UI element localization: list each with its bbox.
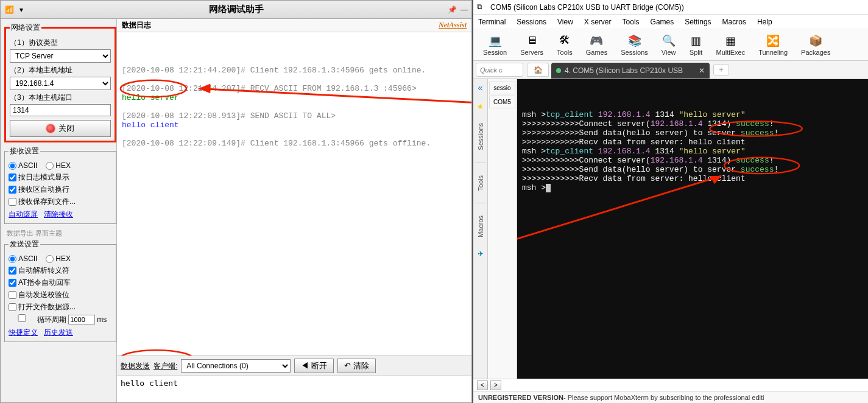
recv-ascii-radio[interactable]: ASCII	[9, 161, 37, 170]
scroll-hint: < >	[473, 379, 868, 391]
right-panel: 数据日志 NetAssist [2020-10-08 12:21:44.200]…	[116, 19, 471, 402]
toolbar-servers[interactable]: 🖥Servers	[514, 33, 549, 57]
send-chk-checkbox[interactable]: 自动发送校验位	[9, 290, 69, 300]
send-icon[interactable]: ✈	[478, 250, 484, 258]
cycle-input[interactable]	[68, 315, 95, 324]
toolbar-session[interactable]: 💻Session	[477, 33, 513, 57]
send-settings-group: 发送设置 ASCII HEX 自动解析转义符 AT指令自动回车 自动发送校验位 …	[4, 239, 116, 342]
send-input[interactable]: hello client	[117, 376, 471, 401]
log-line	[122, 75, 467, 84]
menu-x-server[interactable]: X server	[584, 18, 612, 26]
disconnect-button[interactable]: ◀ 断开	[294, 359, 334, 373]
pin-icon[interactable]: 📌	[448, 5, 457, 14]
scroll-left-button[interactable]: <	[477, 380, 488, 390]
connections-select[interactable]: All Connections (0)	[181, 359, 291, 373]
quick-connect-input[interactable]	[476, 63, 523, 77]
menu-settings[interactable]: Settings	[685, 18, 711, 26]
clear-recv-link[interactable]: 清除接收	[44, 209, 73, 220]
recv-legend: 接收设置	[9, 146, 40, 156]
svg-point-2	[119, 350, 194, 356]
moba-title: COM5 (Silicon Labs CP210x USB to UART Br…	[490, 3, 684, 12]
toolbar-split[interactable]: ▥Split	[683, 33, 709, 57]
toolbar-view[interactable]: 🔍View	[655, 33, 682, 57]
menu-games[interactable]: Games	[651, 18, 674, 26]
menu-tools[interactable]: Tools	[623, 18, 640, 26]
new-tab-button[interactable]: ＋	[713, 64, 729, 75]
side-macros[interactable]: Macros	[477, 213, 484, 240]
send-escape-checkbox[interactable]: 自动解析转义符	[9, 265, 69, 276]
status-dot-icon	[46, 124, 55, 133]
moba-footer: UNREGISTERED VERSION - Please support Mo…	[473, 391, 868, 403]
netassist-titlebar: 📶 ▾ 网络调试助手 📌 —	[1, 1, 471, 19]
send-bar: 数据发送 客户端: All Connections (0) ◀ 断开 ↶ 清除	[117, 356, 471, 376]
star-icon: ★	[477, 102, 484, 111]
menu-terminal[interactable]: Terminal	[478, 18, 506, 26]
games-icon: 🎮	[590, 34, 603, 47]
brand-link[interactable]: NetAssist	[439, 21, 467, 30]
session-item[interactable]: sessio	[489, 82, 515, 94]
collapse-side-icon[interactable]: «	[478, 83, 483, 93]
tunneling-icon: 🔀	[766, 34, 780, 47]
menu-view[interactable]: View	[557, 18, 573, 26]
left-panel: 网络设置 （1）协议类型 TCP Server （2）本地主机地址 192.16…	[1, 19, 116, 402]
tab-status-icon	[556, 68, 561, 73]
recv-hex-radio[interactable]: HEX	[46, 161, 71, 170]
host-select[interactable]: 192.168.1.4	[10, 77, 111, 90]
menu-help[interactable]: Help	[757, 18, 772, 26]
send-ascii-radio[interactable]: ASCII	[9, 254, 37, 263]
shortcut-link[interactable]: 快捷定义	[9, 328, 38, 338]
host-label: （2）本地主机地址	[10, 65, 111, 75]
moba-toolbar: 💻Session🖥Servers🛠Tools🎮Games📚Sessions🔍Vi…	[473, 29, 868, 61]
terminal-line: >>>>>>>>>>>>Send data(hello server) to s…	[522, 165, 863, 174]
terminal-line: msh >tcp_client 192.168.1.4 1314 "hello …	[522, 147, 863, 156]
close-connection-button[interactable]: 关闭	[10, 120, 111, 137]
terminal-line: >>>>>>>>>>>>Send data(hello server) to s…	[522, 128, 863, 138]
tab-close-icon[interactable]: ✕	[699, 66, 705, 75]
terminal[interactable]: msh >tcp_client 192.168.1.4 1314 "hello …	[517, 79, 868, 379]
history-link[interactable]: 历史发送	[44, 328, 73, 338]
sessions-icon: 📚	[628, 34, 641, 47]
log-line: [2020-10-08 12:21:44.207]# RECV ASCII FR…	[122, 84, 467, 93]
log-line: [2020-10-08 12:22:08.913]# SEND ASCII TO…	[122, 111, 467, 121]
cycle-checkbox[interactable]: 循环周期	[9, 314, 66, 325]
menu-macros[interactable]: Macros	[722, 18, 746, 26]
protocol-select[interactable]: TCP Server	[10, 49, 111, 63]
log-line	[122, 130, 467, 139]
minimize-icon[interactable]: —	[460, 5, 468, 14]
moba-menubar: TerminalSessionsViewX serverToolsGamesSe…	[473, 15, 868, 29]
toolbar-tunneling[interactable]: 🔀Tunneling	[752, 33, 794, 57]
export-stub: 数据导出 界面主题	[4, 228, 116, 239]
window-title: 网络调试助手	[209, 4, 264, 15]
recv-save-checkbox[interactable]: 接收保存到文件...	[9, 197, 76, 207]
side-sessions[interactable]: Sessions	[477, 121, 484, 153]
recv-log-checkbox[interactable]: 按日志模式显示	[9, 172, 69, 183]
scroll-right-button[interactable]: >	[490, 380, 501, 390]
settings-icon[interactable]: 📶	[4, 5, 14, 15]
port-label: （3）本地主机端口	[10, 93, 111, 103]
session-icon: 💻	[489, 34, 502, 47]
log-area[interactable]: [2020-10-08 12:21:44.200]# Client 192.16…	[117, 32, 471, 356]
port-input[interactable]	[10, 104, 111, 116]
servers-icon: 🖥	[525, 34, 538, 47]
moba-app-icon: ⧉	[477, 2, 487, 12]
clear-button[interactable]: ↶ 清除	[337, 359, 376, 373]
dropdown-icon[interactable]: ▾	[16, 5, 26, 15]
side-tools[interactable]: Tools	[477, 173, 484, 194]
network-legend: 网络设置	[10, 23, 41, 33]
toolbar-multiexec[interactable]: ▦MultiExec	[710, 33, 752, 57]
menu-sessions[interactable]: Sessions	[517, 18, 546, 26]
active-tab[interactable]: 4. COM5 (Silicon Labs CP210x USB ✕	[551, 63, 710, 79]
send-at-checkbox[interactable]: AT指令自动回车	[9, 278, 71, 288]
home-tab[interactable]: 🏠	[527, 63, 549, 77]
auto-scroll-link[interactable]: 自动滚屏	[9, 209, 38, 220]
session-item[interactable]: COM5	[489, 96, 515, 108]
toolbar-games[interactable]: 🎮Games	[580, 33, 613, 57]
toolbar-packages[interactable]: 📦Packages	[795, 33, 836, 57]
multiexec-icon: ▦	[724, 34, 737, 47]
recv-wrap-checkbox[interactable]: 接收区自动换行	[9, 184, 69, 195]
send-hex-radio[interactable]: HEX	[46, 254, 71, 263]
toolbar-tools[interactable]: 🛠Tools	[551, 33, 579, 57]
toolbar-sessions[interactable]: 📚Sessions	[615, 33, 654, 57]
send-file-checkbox[interactable]: 打开文件数据源...	[9, 302, 76, 312]
terminal-line: >>>>>>>>>>>>Connect server(192.168.1.4 1…	[522, 156, 863, 165]
